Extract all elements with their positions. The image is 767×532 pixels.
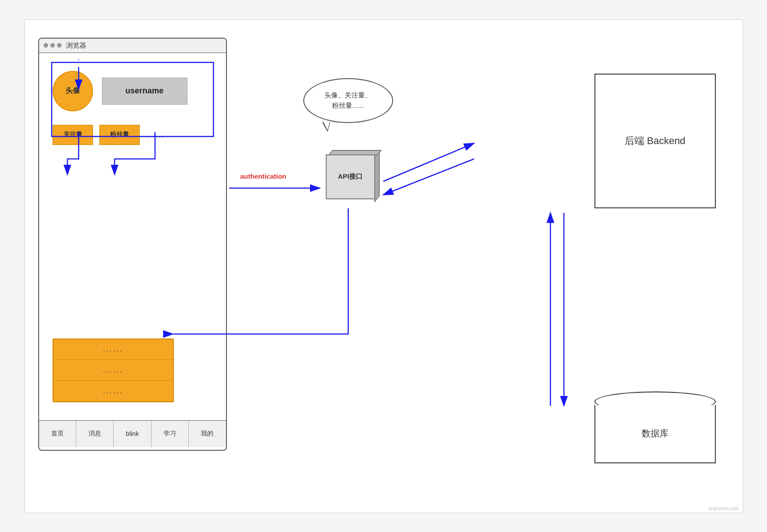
svg-line-6 [383,143,474,181]
user-row: 头像 username [53,71,217,111]
stats-ellipsis: ...... [146,130,165,140]
speech-bubble: 头像、关注量、粉丝量...... [303,78,393,123]
feed-item-1: ...... [53,339,173,360]
browser-window: 浏览器 头像 username 关注量 粉丝量 ...... ...... ..… [38,38,227,451]
bottom-nav: 首页 消息 blink 学习 我的 [39,420,226,447]
api-box: API接口 [321,150,380,204]
browser-dots [44,43,62,48]
db-body: 数据库 [594,405,716,463]
browser-dot-1 [44,43,48,48]
backend-box: 后端 Backend [594,74,716,208]
nav-mine[interactable]: 我的 [189,421,226,447]
feed-item-3: ...... [53,381,173,401]
watermark: tingxuelou.com [709,506,739,511]
browser-body: 头像 username 关注量 粉丝量 ...... ...... ......… [39,53,226,447]
browser-titlebar: 浏览器 [39,39,226,53]
feed-item-2: ...... [53,360,173,381]
database-cylinder: 数据库 [594,391,716,472]
avatar: 头像 [53,71,93,111]
nav-home[interactable]: 首页 [39,421,76,447]
stats-row: 关注量 粉丝量 ...... [53,125,217,145]
stat-follow: 关注量 [53,125,93,145]
browser-dot-2 [50,43,55,48]
speech-bubble-text: 头像、关注量、粉丝量...... [324,90,372,110]
nav-blink[interactable]: blink [114,421,151,447]
username-box: username [102,78,187,105]
feed-list: ...... ...... ...... [53,339,174,402]
browser-title: 浏览器 [66,41,86,50]
nav-learn[interactable]: 学习 [151,421,189,447]
browser-dot-3 [57,43,62,48]
database-label: 数据库 [642,427,669,440]
stat-fans: 粉丝量 [99,125,140,145]
svg-line-7 [383,159,474,195]
canvas: 浏览器 头像 username 关注量 粉丝量 ...... ...... ..… [24,19,743,513]
nav-message[interactable]: 消息 [76,421,114,447]
api-box-front: API接口 [326,154,375,199]
authentication-label: authentication [240,172,287,180]
